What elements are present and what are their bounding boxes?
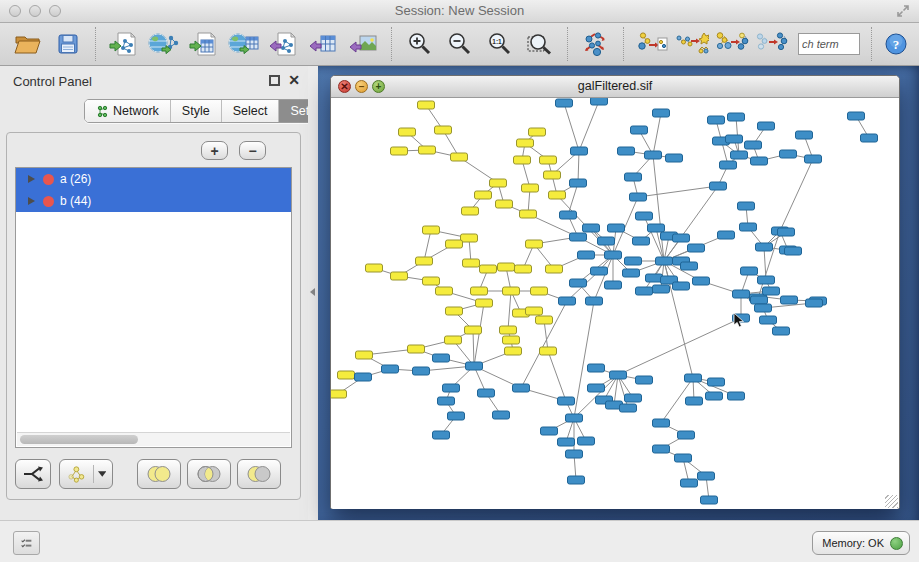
graph-node[interactable] <box>653 285 670 293</box>
graph-node[interactable] <box>758 122 775 130</box>
graph-node[interactable] <box>505 347 522 355</box>
graph-node[interactable] <box>529 128 546 136</box>
graph-node[interactable] <box>503 287 520 295</box>
task-history-button[interactable] <box>13 531 40 555</box>
import-table-file-button[interactable] <box>187 26 221 62</box>
fullscreen-arrows-icon[interactable] <box>895 3 911 19</box>
disclosure-triangle-icon[interactable] <box>28 197 35 205</box>
graph-node[interactable] <box>540 156 557 164</box>
graph-node[interactable] <box>419 146 436 154</box>
graph-node[interactable] <box>514 156 531 164</box>
graph-node[interactable] <box>701 496 718 504</box>
graph-node[interactable] <box>741 267 758 275</box>
graph-node[interactable] <box>490 179 507 187</box>
graph-node[interactable] <box>608 224 625 232</box>
graph-node[interactable] <box>756 243 773 251</box>
graph-node[interactable] <box>423 226 440 234</box>
graph-node[interactable] <box>610 371 627 379</box>
graph-node[interactable] <box>478 389 495 397</box>
apply-layout-button[interactable] <box>579 26 613 62</box>
graph-node[interactable] <box>517 139 534 147</box>
save-session-button[interactable] <box>51 26 85 62</box>
graph-node[interactable] <box>751 157 768 165</box>
network-filter-button[interactable] <box>675 26 709 62</box>
graph-node[interactable] <box>751 296 768 304</box>
graph-node[interactable] <box>848 112 865 120</box>
graph-node[interactable] <box>544 171 561 179</box>
graph-node[interactable] <box>513 384 530 392</box>
graph-node[interactable] <box>423 277 440 285</box>
graph-node[interactable] <box>549 191 566 199</box>
graph-node[interactable] <box>461 234 478 242</box>
graph-node[interactable] <box>435 126 452 134</box>
network-graph[interactable] <box>331 98 899 509</box>
difference-button[interactable] <box>237 459 281 489</box>
graph-node[interactable] <box>673 234 690 242</box>
graph-node[interactable] <box>559 297 576 305</box>
network-frame-titlebar[interactable]: ✕ – + galFiltered.sif <box>331 76 899 98</box>
tab-select[interactable]: Select <box>222 100 280 122</box>
graph-node[interactable] <box>391 272 408 280</box>
graph-node[interactable] <box>605 251 622 259</box>
graph-node[interactable] <box>540 347 557 355</box>
graph-node[interactable] <box>673 282 690 290</box>
graph-node[interactable] <box>568 476 585 484</box>
graph-node[interactable] <box>778 228 795 236</box>
zoom-actual-size-button[interactable]: 1:1 <box>483 26 517 62</box>
graph-node[interactable] <box>586 297 603 305</box>
graph-node[interactable] <box>480 265 497 273</box>
open-file-button[interactable] <box>11 26 45 62</box>
set-row-b[interactable]: b (44) <box>16 190 291 212</box>
graph-node[interactable] <box>780 150 797 158</box>
graph-node[interactable] <box>331 390 347 398</box>
graph-node[interactable] <box>498 263 515 271</box>
graph-node[interactable] <box>636 287 653 295</box>
graph-node[interactable] <box>633 237 650 245</box>
network-from-selection-button[interactable] <box>635 26 669 62</box>
graph-node[interactable] <box>366 264 383 272</box>
graph-node[interactable] <box>728 113 745 121</box>
graph-node[interactable] <box>688 244 705 252</box>
graph-node[interactable] <box>536 316 553 324</box>
set-row-a[interactable]: a (26) <box>16 168 291 190</box>
network-difference-button[interactable] <box>755 26 789 62</box>
graph-node[interactable] <box>726 135 743 143</box>
graph-node[interactable] <box>645 151 662 159</box>
graph-node[interactable] <box>436 287 453 295</box>
graph-node[interactable] <box>681 479 698 487</box>
graph-node[interactable] <box>526 240 543 248</box>
graph-node[interactable] <box>605 281 622 289</box>
graph-node[interactable] <box>785 247 802 255</box>
graph-node[interactable] <box>448 412 465 420</box>
export-network-button[interactable] <box>267 26 301 62</box>
graph-node[interactable] <box>693 277 710 285</box>
graph-node[interactable] <box>556 99 573 107</box>
graph-node[interactable] <box>558 397 575 405</box>
graph-node[interactable] <box>625 173 642 181</box>
graph-node[interactable] <box>773 327 790 335</box>
graph-node[interactable] <box>625 394 642 402</box>
graph-node[interactable] <box>413 367 430 375</box>
zoom-out-button[interactable] <box>443 26 477 62</box>
graph-node[interactable] <box>416 257 433 265</box>
network-merge-button[interactable] <box>715 26 749 62</box>
help-button[interactable]: ? <box>883 26 909 62</box>
graph-node[interactable] <box>706 392 723 400</box>
graph-node[interactable] <box>781 296 798 304</box>
horizontal-scrollbar[interactable] <box>17 432 290 446</box>
graph-node[interactable] <box>493 411 510 419</box>
graph-node[interactable] <box>445 336 462 344</box>
graph-node[interactable] <box>763 287 780 295</box>
import-network-file-button[interactable] <box>107 26 141 62</box>
intersection-button[interactable] <box>187 459 231 489</box>
close-panel-icon[interactable]: ✕ <box>288 72 300 88</box>
graph-node[interactable] <box>356 351 373 359</box>
graph-node[interactable] <box>623 269 640 277</box>
graph-node[interactable] <box>391 147 408 155</box>
graph-node[interactable] <box>399 128 416 136</box>
split-set-button[interactable] <box>15 459 51 489</box>
graph-node[interactable] <box>653 419 670 427</box>
graph-node[interactable] <box>496 200 513 208</box>
collapse-arrow-icon[interactable] <box>310 288 315 296</box>
graph-node[interactable] <box>733 290 750 298</box>
